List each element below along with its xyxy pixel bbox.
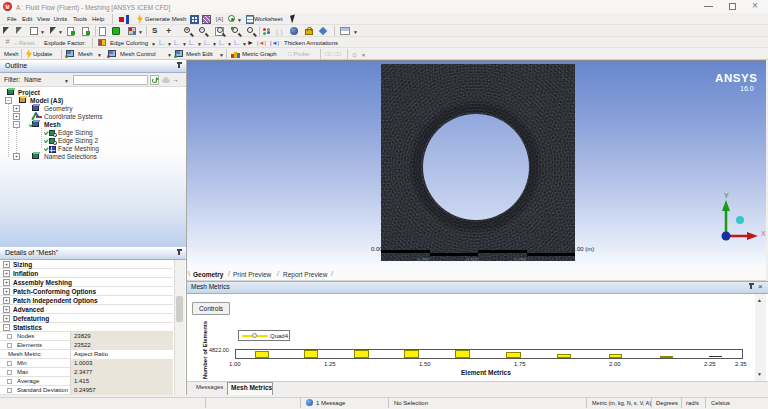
svg-text:Y: Y — [724, 192, 729, 199]
svg-text:X: X — [761, 230, 766, 237]
